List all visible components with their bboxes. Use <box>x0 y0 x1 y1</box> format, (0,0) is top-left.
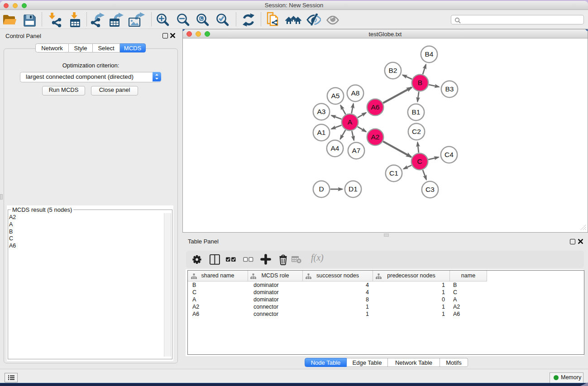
svg-text:D: D <box>319 185 324 193</box>
svg-text:A6: A6 <box>371 103 380 111</box>
svg-text:B3: B3 <box>445 85 454 93</box>
svg-text:A7: A7 <box>352 147 361 154</box>
svg-text:D1: D1 <box>349 185 358 193</box>
svg-text:A: A <box>348 118 353 126</box>
svg-text:C1: C1 <box>389 169 398 177</box>
svg-text:A1: A1 <box>317 129 326 136</box>
svg-text:B1: B1 <box>412 108 421 116</box>
svg-text:A8: A8 <box>351 89 360 97</box>
svg-text:C4: C4 <box>445 151 454 158</box>
svg-text:B2: B2 <box>389 67 397 74</box>
svg-text:C3: C3 <box>425 186 435 193</box>
svg-text:A2: A2 <box>371 133 380 141</box>
svg-text:A5: A5 <box>331 92 340 100</box>
svg-text:A4: A4 <box>331 144 339 152</box>
svg-text:C2: C2 <box>412 128 421 135</box>
svg-text:C: C <box>417 157 422 165</box>
svg-text:B4: B4 <box>425 50 434 58</box>
svg-text:A3: A3 <box>317 108 326 115</box>
svg-text:B: B <box>418 79 422 86</box>
